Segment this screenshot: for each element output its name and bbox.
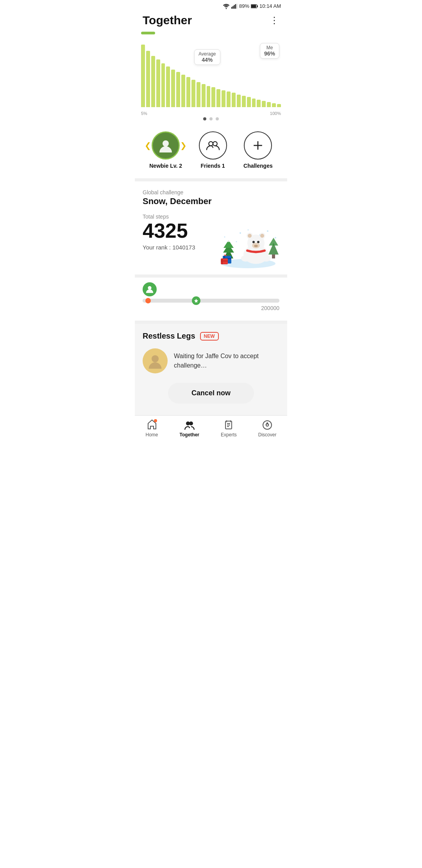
- friends-button[interactable]: Friends 1: [199, 131, 227, 169]
- wing-left-icon: ❮: [145, 141, 151, 150]
- nav-experts[interactable]: Experts: [221, 420, 237, 438]
- chart-bar-2: [151, 56, 155, 107]
- svg-point-43: [267, 230, 268, 232]
- chart-bar-5: [166, 66, 170, 107]
- nav-home[interactable]: Home: [146, 420, 158, 438]
- svg-point-42: [240, 232, 241, 234]
- page-dots: [135, 111, 287, 124]
- restless-avatar: [143, 348, 168, 373]
- more-menu-icon[interactable]: ⋮: [270, 15, 279, 26]
- chart-bar-23: [257, 100, 261, 107]
- user-avatar-wrapper: ❮ ❯: [152, 131, 180, 160]
- svg-point-36: [241, 255, 250, 262]
- challenges-label: Challenges: [243, 163, 273, 169]
- progress-max-label: 200000: [143, 305, 279, 311]
- tooltip-avg-value: 44%: [198, 57, 216, 63]
- progress-avatar-icon: [145, 285, 154, 294]
- chart-bar-24: [262, 101, 266, 107]
- chart-bar-15: [216, 89, 220, 107]
- restless-content: Waiting for Jaffe Cov to accept challeng…: [143, 348, 279, 373]
- user-silhouette-icon: [158, 138, 173, 153]
- profile-row: ❮ ❯ Newbie Lv. 2 Friends 1: [135, 124, 287, 181]
- tooltip-me-label: Me: [264, 45, 275, 50]
- dot-3: [216, 117, 219, 120]
- progress-user-icon: [143, 282, 157, 296]
- chart-bar-25: [267, 102, 271, 107]
- dot-2: [209, 117, 213, 120]
- svg-point-0: [226, 8, 227, 9]
- challenge-section: Global challenge Snow, December Total st…: [135, 181, 287, 278]
- cancel-now-button[interactable]: Cancel now: [168, 383, 254, 404]
- experts-icon: [223, 420, 234, 430]
- tooltip-avg-label: Average: [198, 51, 216, 57]
- status-bar: 89% 10:14 AM: [135, 0, 287, 11]
- svg-point-9: [163, 140, 169, 147]
- chart-bar-9: [186, 77, 190, 107]
- polar-bear-illustration: [217, 213, 279, 268]
- chart-bar-18: [232, 93, 236, 107]
- battery-text: 89%: [239, 3, 249, 9]
- user-profile[interactable]: ❮ ❯ Newbie Lv. 2: [149, 131, 182, 169]
- time-text: 10:14 AM: [259, 3, 281, 9]
- chart-bar-6: [171, 70, 175, 107]
- challenge-image: [217, 213, 279, 268]
- bar-chart: Average 44% Me 96% 5% 100%: [141, 37, 281, 107]
- svg-point-29: [248, 234, 252, 238]
- discover-icon: [262, 420, 273, 430]
- nav-together[interactable]: Together: [180, 420, 199, 438]
- svg-point-54: [189, 421, 193, 425]
- restless-section: Restless Legs NEW Waiting for Jaffe Cov …: [135, 324, 287, 415]
- chart-bar-10: [191, 80, 195, 107]
- home-icon: [147, 420, 157, 430]
- svg-marker-40: [269, 238, 278, 246]
- svg-point-52: [154, 419, 157, 422]
- chart-label-right: 100%: [270, 111, 281, 116]
- restless-waiting-text: Waiting for Jaffe Cov to accept challeng…: [174, 352, 279, 370]
- chart-bar-0: [141, 45, 145, 107]
- user-level-label: Newbie Lv. 2: [149, 163, 182, 169]
- svg-rect-4: [235, 4, 236, 9]
- friends-label: Friends 1: [200, 163, 225, 169]
- svg-rect-41: [272, 255, 275, 258]
- progress-dot-orange: [145, 298, 151, 303]
- nav-home-label: Home: [146, 432, 158, 438]
- together-icon: [184, 420, 195, 430]
- chart-bar-14: [211, 87, 215, 107]
- chart-bar-17: [227, 91, 231, 107]
- svg-point-35: [254, 245, 258, 247]
- challenges-icon-circle: [244, 131, 272, 160]
- friends-icon: [206, 138, 220, 152]
- svg-point-19: [225, 238, 232, 242]
- restless-header: Restless Legs NEW: [143, 332, 279, 341]
- nav-discover[interactable]: Discover: [258, 420, 277, 438]
- svg-point-51: [152, 355, 159, 362]
- restless-title: Restless Legs: [143, 332, 195, 341]
- svg-point-37: [261, 255, 271, 262]
- chart-bar-26: [272, 103, 276, 107]
- wifi-icon: [223, 4, 230, 9]
- svg-point-34: [257, 241, 259, 243]
- svg-point-48: [236, 241, 237, 242]
- tooltip-average: Average 44%: [194, 49, 220, 65]
- chart-bar-3: [156, 59, 160, 107]
- restless-user-icon: [147, 353, 163, 369]
- progress-fill: [143, 299, 279, 303]
- friends-icon-circle: [199, 131, 227, 160]
- chart-bar-16: [222, 90, 225, 107]
- svg-point-47: [259, 235, 261, 236]
- plus-icon: [251, 138, 265, 152]
- new-badge: NEW: [200, 332, 219, 341]
- svg-rect-1: [231, 7, 232, 9]
- header: Together ⋮: [135, 11, 287, 32]
- chart-accent: [141, 32, 155, 34]
- challenges-button[interactable]: Challenges: [243, 131, 273, 169]
- challenge-stats: Total steps 4325 Your rank : 1040173: [143, 213, 195, 251]
- chart-bar-7: [176, 72, 180, 107]
- svg-rect-25: [221, 260, 228, 262]
- challenge-section-label: Global challenge: [143, 189, 279, 195]
- chart-bar-11: [197, 82, 200, 107]
- chart-bar-27: [277, 104, 281, 107]
- svg-point-46: [248, 230, 249, 231]
- nav-experts-label: Experts: [221, 432, 237, 438]
- chart-bar-4: [161, 63, 165, 107]
